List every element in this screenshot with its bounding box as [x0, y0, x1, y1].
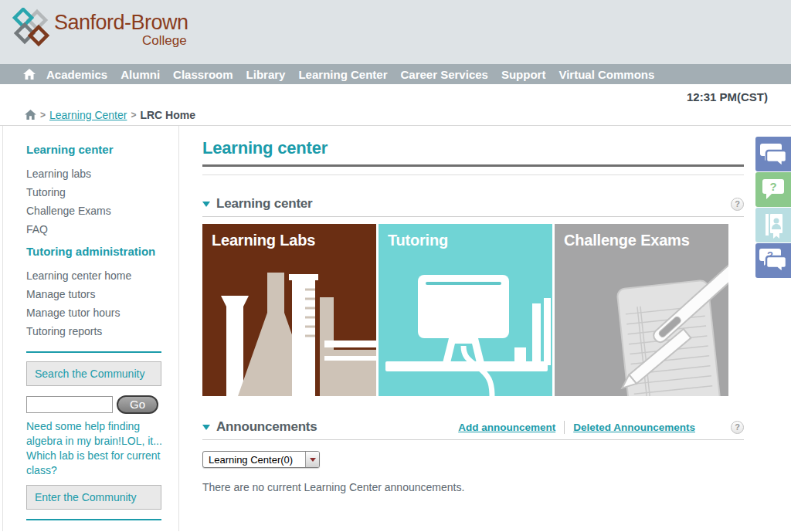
go-button[interactable]: Go	[117, 395, 158, 414]
help-icon[interactable]: ?	[731, 421, 744, 434]
brand-logo: Sanford-Brown College	[11, 8, 188, 54]
search-community-button[interactable]: Search the Community	[26, 361, 161, 386]
sidebar-item-challenge-exams[interactable]: Challenge Exams	[26, 202, 178, 220]
discussion-forum-icon[interactable]	[755, 137, 791, 171]
breadcrumb-separator: >	[131, 110, 136, 120]
nav-item-virtual-commons[interactable]: Virtual Commons	[558, 68, 654, 81]
card-challenge-exams[interactable]: Challenge Exams	[555, 224, 728, 396]
learning-center-section-header: Learning center ?	[202, 196, 744, 217]
sidebar-item-tutoring-reports[interactable]: Tutoring reports	[26, 322, 178, 341]
announcement-filter-dropdown[interactable]: Learning Center(0)	[202, 451, 320, 468]
primary-nav: Academics Alumni Classroom Library Learn…	[0, 64, 791, 84]
learning-center-cards: Learning Labs	[202, 224, 744, 396]
sidebar-heading-learning-center: Learning center	[26, 143, 178, 156]
sidebar-item-manage-tutors[interactable]: Manage tutors	[26, 285, 178, 303]
help-icon[interactable]: ?	[731, 198, 744, 211]
nav-item-academics[interactable]: Academics	[46, 68, 107, 81]
section-title: Learning center	[216, 196, 313, 212]
add-announcement-link[interactable]: Add announcement	[458, 422, 555, 433]
nav-item-alumni[interactable]: Alumni	[121, 68, 160, 81]
breadcrumb: > Learning Center > LRC Home	[0, 104, 791, 126]
sidebar-divider	[26, 351, 161, 353]
computer-monitor-illustration	[381, 261, 552, 396]
sidebar-item-learning-center-home[interactable]: Learning center home	[26, 266, 178, 285]
card-title: Tutoring	[388, 232, 448, 249]
sidebar-item-learning-labs[interactable]: Learning labs	[26, 164, 178, 183]
card-title: Learning Labs	[212, 232, 315, 249]
clock: 12:31 PM(CST)	[0, 84, 791, 104]
community-teaser-link[interactable]: Need some help finding algebra in my bra…	[26, 419, 167, 478]
lab-glassware-illustration	[202, 273, 376, 396]
card-tutoring[interactable]: Tutoring	[379, 224, 552, 396]
announcements-section-header: Announcements Add announcement Deleted A…	[202, 419, 744, 440]
brand-name: Sanford-Brown	[54, 12, 188, 33]
nav-item-career-services[interactable]: Career Services	[400, 68, 487, 81]
member-directory-icon[interactable]	[755, 208, 791, 242]
right-icon-rail: ? ?	[755, 137, 791, 279]
header: Sanford-Brown College	[0, 0, 791, 64]
link-separator	[564, 421, 565, 434]
breadcrumb-link-learning-center[interactable]: Learning Center	[49, 109, 127, 121]
notepad-pencil-illustration	[555, 257, 728, 396]
question-answer-icon[interactable]: ?	[755, 243, 791, 278]
nav-item-support[interactable]: Support	[501, 68, 546, 81]
ask-question-icon[interactable]: ?	[755, 172, 791, 207]
deleted-announcements-link[interactable]: Deleted Announcements	[573, 422, 695, 433]
brand-college: College	[54, 34, 188, 47]
nav-item-learning-center[interactable]: Learning Center	[298, 68, 387, 81]
sidebar-heading-tutoring-administration: Tutoring administration	[26, 245, 178, 258]
home-icon[interactable]	[23, 69, 36, 80]
svg-text:?: ?	[769, 180, 776, 193]
left-sidebar: Learning center Learning labs Tutoring C…	[2, 126, 179, 531]
dropdown-selected-value: Learning Center(0)	[203, 454, 293, 466]
collapse-triangle-icon[interactable]	[202, 425, 210, 430]
sidebar-item-manage-tutor-hours[interactable]: Manage tutor hours	[26, 303, 178, 322]
community-search-input[interactable]	[26, 396, 113, 413]
collapse-triangle-icon[interactable]	[202, 202, 210, 207]
diamonds-logo-icon	[11, 8, 53, 54]
no-announcements-message: There are no current Learning Center ann…	[202, 481, 744, 493]
page-title: Learning center	[202, 138, 744, 167]
nav-item-library[interactable]: Library	[246, 68, 286, 81]
section-title: Announcements	[216, 419, 317, 435]
main-panel: Learning center Learning center ? Learni…	[179, 126, 791, 531]
card-title: Challenge Exams	[564, 232, 690, 249]
sidebar-item-faq[interactable]: FAQ	[26, 220, 178, 239]
page-title-divider	[202, 175, 744, 175]
breadcrumb-home-icon[interactable]	[25, 110, 36, 120]
enter-community-button[interactable]: Enter the Community	[26, 485, 161, 510]
content-area: Learning center Learning labs Tutoring C…	[0, 126, 791, 531]
breadcrumb-current: LRC Home	[140, 109, 195, 121]
card-learning-labs[interactable]: Learning Labs	[202, 224, 376, 396]
sidebar-divider	[26, 519, 161, 520]
nav-item-classroom[interactable]: Classroom	[173, 68, 233, 81]
dropdown-arrow-icon	[305, 452, 319, 467]
sidebar-item-tutoring[interactable]: Tutoring	[26, 183, 178, 202]
breadcrumb-separator: >	[40, 110, 46, 120]
